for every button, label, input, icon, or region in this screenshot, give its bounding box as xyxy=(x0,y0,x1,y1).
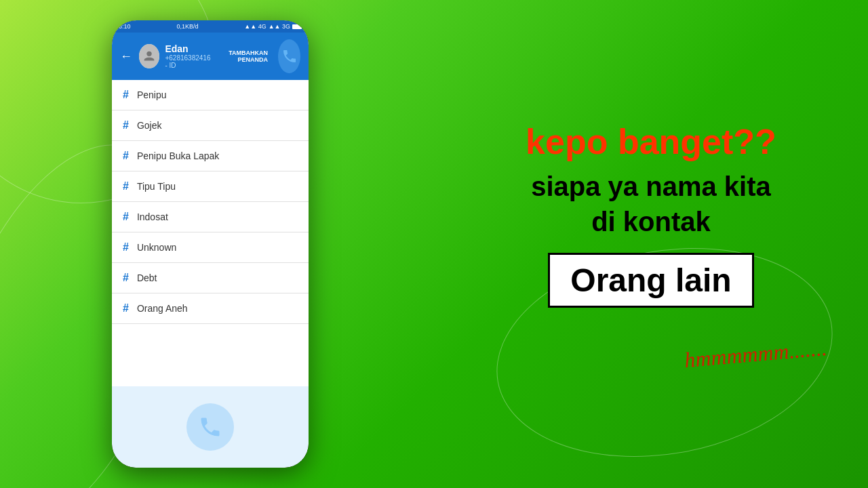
battery-icon xyxy=(292,24,302,29)
contact-details: Edan +62816382416 - ID xyxy=(165,43,214,69)
phone-container: 6:10 0,1KB/d ▲▲ 4G ▲▲ 3G ← xyxy=(102,0,319,488)
status-bar: 6:10 0,1KB/d ▲▲ 4G ▲▲ 3G xyxy=(112,20,309,33)
status-time: 6:10 xyxy=(119,23,131,30)
tag-hash-icon: # xyxy=(123,180,129,192)
tag-label: Unknown xyxy=(137,242,176,253)
phone-mockup: 6:10 0,1KB/d ▲▲ 4G ▲▲ 3G ← xyxy=(112,20,309,468)
tag-label: Indosat xyxy=(137,211,168,222)
contact-name: Edan xyxy=(165,43,214,54)
text-siapa: siapa ya nama kita di kontak xyxy=(531,169,771,239)
avatar xyxy=(139,44,159,68)
tag-label: Penipu xyxy=(137,89,167,100)
tag-label: Tipu Tipu xyxy=(137,181,176,192)
text-siapa-line1: siapa ya nama kita xyxy=(531,171,771,201)
list-item[interactable]: #Penipu Buka Lapak xyxy=(112,141,309,171)
list-item[interactable]: #Indosat xyxy=(112,202,309,232)
tag-label: Gojek xyxy=(137,120,162,131)
tag-hash-icon: # xyxy=(123,150,129,162)
right-panel: kepo banget?? siapa ya nama kita di kont… xyxy=(434,0,868,488)
app-header: ← Edan +62816382416 - ID xyxy=(112,33,309,80)
tag-hash-icon: # xyxy=(123,302,129,314)
contact-info: Edan +62816382416 - ID xyxy=(139,43,214,69)
tag-label: Debt xyxy=(137,272,157,283)
tag-label: Penipu Buka Lapak xyxy=(137,150,219,161)
tag-hash-icon: # xyxy=(123,241,129,253)
bottom-call-icon xyxy=(186,403,234,451)
call-icon[interactable] xyxy=(278,39,300,73)
list-item[interactable]: #Unknown xyxy=(112,232,309,263)
signal-3g: ▲▲ 3G xyxy=(269,23,290,30)
avatar-inner xyxy=(139,44,159,68)
back-button[interactable]: ← xyxy=(120,49,132,64)
text-kepo: kepo banget?? xyxy=(526,121,776,162)
tag-hash-icon: # xyxy=(123,272,129,284)
svg-point-0 xyxy=(147,52,152,56)
tag-list: #Penipu#Gojek#Penipu Buka Lapak#Tipu Tip… xyxy=(112,80,309,386)
tag-hash-icon: # xyxy=(123,211,129,223)
list-item[interactable]: #Debt xyxy=(112,263,309,293)
list-item[interactable]: #Gojek xyxy=(112,110,309,141)
tag-hash-icon: # xyxy=(123,119,129,131)
text-di-kontak: di kontak xyxy=(591,207,711,237)
list-item[interactable]: #Orang Aneh xyxy=(112,293,309,324)
text-orang-lain: Orang lain xyxy=(570,262,731,298)
list-item[interactable]: #Tipu Tipu xyxy=(112,171,309,202)
status-data: 0,1KB/d xyxy=(176,23,198,30)
signal-4g: ▲▲ 4G xyxy=(244,23,266,30)
tag-label: Orang Aneh xyxy=(137,303,188,314)
tambahkan-button[interactable]: TAMBAHKAN PENANDA xyxy=(221,49,268,63)
list-item[interactable]: #Penipu xyxy=(112,80,309,110)
text-hmm: hmmmmmm....... xyxy=(684,336,828,373)
contact-phone: +62816382416 - ID xyxy=(165,54,214,69)
phone-screen: 6:10 0,1KB/d ▲▲ 4G ▲▲ 3G ← xyxy=(112,20,309,468)
text-orang-lain-box: Orang lain xyxy=(548,253,753,308)
status-signal: ▲▲ 4G ▲▲ 3G xyxy=(244,23,302,30)
phone-bottom xyxy=(112,386,309,468)
tag-hash-icon: # xyxy=(123,89,129,101)
